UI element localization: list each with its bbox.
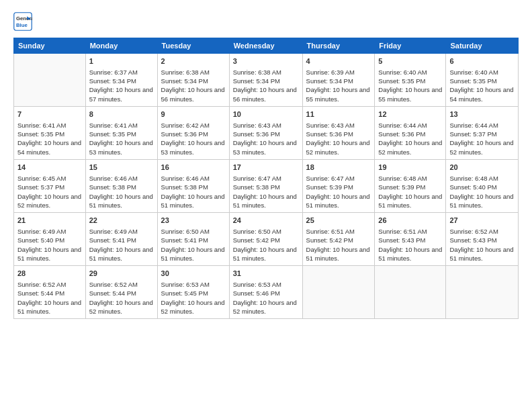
day-info: Sunrise: 6:49 AMSunset: 5:40 PMDaylight:… xyxy=(17,227,82,263)
day-info: Sunrise: 6:48 AMSunset: 5:39 PMDaylight:… xyxy=(378,174,442,210)
calendar-cell: 29Sunrise: 6:52 AMSunset: 5:44 PMDayligh… xyxy=(85,266,157,319)
day-number: 3 xyxy=(233,56,299,66)
day-number: 18 xyxy=(306,163,371,173)
day-number: 7 xyxy=(17,109,82,120)
week-row-4: 21Sunrise: 6:49 AMSunset: 5:40 PMDayligh… xyxy=(14,213,519,266)
day-info: Sunrise: 6:44 AMSunset: 5:36 PMDaylight:… xyxy=(378,121,442,156)
calendar-table: SundayMondayTuesdayWednesdayThursdayFrid… xyxy=(13,38,519,319)
week-row-1: 1Sunrise: 6:37 AMSunset: 5:34 PMDaylight… xyxy=(14,54,519,107)
calendar-cell: 16Sunrise: 6:46 AMSunset: 5:38 PMDayligh… xyxy=(157,160,229,213)
calendar-cell: 23Sunrise: 6:50 AMSunset: 5:41 PMDayligh… xyxy=(157,213,229,266)
calendar-cell: 30Sunrise: 6:53 AMSunset: 5:45 PMDayligh… xyxy=(157,266,229,319)
day-info: Sunrise: 6:43 AMSunset: 5:36 PMDaylight:… xyxy=(306,121,371,156)
day-number: 28 xyxy=(17,269,82,279)
day-number: 12 xyxy=(378,109,442,120)
header-day-monday: Monday xyxy=(85,38,157,54)
day-info: Sunrise: 6:40 AMSunset: 5:35 PMDaylight:… xyxy=(449,68,515,103)
calendar-cell: 3Sunrise: 6:38 AMSunset: 5:34 PMDaylight… xyxy=(229,54,302,107)
day-number: 29 xyxy=(89,269,154,279)
day-info: Sunrise: 6:50 AMSunset: 5:41 PMDaylight:… xyxy=(161,227,226,263)
day-number: 2 xyxy=(161,56,226,66)
calendar-cell: 10Sunrise: 6:43 AMSunset: 5:36 PMDayligh… xyxy=(229,107,302,160)
day-info: Sunrise: 6:49 AMSunset: 5:41 PMDaylight:… xyxy=(89,227,154,263)
day-info: Sunrise: 6:47 AMSunset: 5:39 PMDaylight:… xyxy=(306,174,371,210)
day-info: Sunrise: 6:53 AMSunset: 5:46 PMDaylight:… xyxy=(233,280,299,316)
header-day-friday: Friday xyxy=(375,38,446,54)
day-number: 4 xyxy=(306,56,371,66)
calendar-cell: 21Sunrise: 6:49 AMSunset: 5:40 PMDayligh… xyxy=(14,213,86,266)
day-info: Sunrise: 6:41 AMSunset: 5:35 PMDaylight:… xyxy=(89,121,154,156)
day-info: Sunrise: 6:40 AMSunset: 5:35 PMDaylight:… xyxy=(378,68,442,103)
calendar-cell xyxy=(302,266,375,319)
calendar-cell: 7Sunrise: 6:41 AMSunset: 5:35 PMDaylight… xyxy=(14,107,86,160)
calendar-cell: 13Sunrise: 6:44 AMSunset: 5:37 PMDayligh… xyxy=(446,107,519,160)
day-number: 9 xyxy=(161,109,226,120)
day-info: Sunrise: 6:38 AMSunset: 5:34 PMDaylight:… xyxy=(161,68,226,103)
day-number: 15 xyxy=(89,163,154,173)
calendar-cell: 22Sunrise: 6:49 AMSunset: 5:41 PMDayligh… xyxy=(85,213,157,266)
calendar-cell: 8Sunrise: 6:41 AMSunset: 5:35 PMDaylight… xyxy=(85,107,157,160)
calendar-cell: 2Sunrise: 6:38 AMSunset: 5:34 PMDaylight… xyxy=(157,54,229,107)
calendar-cell: 6Sunrise: 6:40 AMSunset: 5:35 PMDaylight… xyxy=(446,54,519,107)
calendar-cell: 27Sunrise: 6:52 AMSunset: 5:43 PMDayligh… xyxy=(446,213,519,266)
calendar-cell: 12Sunrise: 6:44 AMSunset: 5:36 PMDayligh… xyxy=(375,107,446,160)
page: General Blue SundayMondayTuesdayWednesda… xyxy=(0,0,532,411)
day-info: Sunrise: 6:39 AMSunset: 5:34 PMDaylight:… xyxy=(306,68,371,103)
day-info: Sunrise: 6:52 AMSunset: 5:44 PMDaylight:… xyxy=(17,280,82,316)
week-row-2: 7Sunrise: 6:41 AMSunset: 5:35 PMDaylight… xyxy=(14,107,519,160)
header-day-sunday: Sunday xyxy=(14,38,86,54)
day-number: 25 xyxy=(306,216,371,226)
day-info: Sunrise: 6:52 AMSunset: 5:44 PMDaylight:… xyxy=(89,280,154,316)
day-info: Sunrise: 6:46 AMSunset: 5:38 PMDaylight:… xyxy=(89,174,154,210)
day-number: 10 xyxy=(233,109,299,120)
week-row-5: 28Sunrise: 6:52 AMSunset: 5:44 PMDayligh… xyxy=(14,266,519,319)
day-info: Sunrise: 6:43 AMSunset: 5:36 PMDaylight:… xyxy=(233,121,299,156)
calendar-cell: 24Sunrise: 6:50 AMSunset: 5:42 PMDayligh… xyxy=(229,213,302,266)
calendar-cell: 5Sunrise: 6:40 AMSunset: 5:35 PMDaylight… xyxy=(375,54,446,107)
calendar-body: 1Sunrise: 6:37 AMSunset: 5:34 PMDaylight… xyxy=(14,54,519,319)
day-info: Sunrise: 6:48 AMSunset: 5:40 PMDaylight:… xyxy=(449,174,515,210)
logo: General Blue xyxy=(13,12,36,31)
calendar-cell: 25Sunrise: 6:51 AMSunset: 5:42 PMDayligh… xyxy=(302,213,375,266)
header-day-saturday: Saturday xyxy=(446,38,519,54)
day-number: 13 xyxy=(449,109,515,120)
week-row-3: 14Sunrise: 6:45 AMSunset: 5:37 PMDayligh… xyxy=(14,160,519,213)
header: General Blue xyxy=(13,12,519,31)
day-info: Sunrise: 6:46 AMSunset: 5:38 PMDaylight:… xyxy=(161,174,226,210)
day-number: 31 xyxy=(233,269,299,279)
calendar-cell xyxy=(375,266,446,319)
calendar-cell: 18Sunrise: 6:47 AMSunset: 5:39 PMDayligh… xyxy=(302,160,375,213)
logo-icon: General Blue xyxy=(13,12,32,31)
day-info: Sunrise: 6:47 AMSunset: 5:38 PMDaylight:… xyxy=(233,174,299,210)
calendar-cell: 28Sunrise: 6:52 AMSunset: 5:44 PMDayligh… xyxy=(14,266,86,319)
day-info: Sunrise: 6:51 AMSunset: 5:42 PMDaylight:… xyxy=(306,227,371,263)
day-info: Sunrise: 6:53 AMSunset: 5:45 PMDaylight:… xyxy=(161,280,226,316)
header-day-wednesday: Wednesday xyxy=(229,38,302,54)
header-day-tuesday: Tuesday xyxy=(157,38,229,54)
day-number: 23 xyxy=(161,216,226,226)
svg-text:Blue: Blue xyxy=(16,22,28,28)
day-info: Sunrise: 6:50 AMSunset: 5:42 PMDaylight:… xyxy=(233,227,299,263)
day-number: 20 xyxy=(449,163,515,173)
day-info: Sunrise: 6:37 AMSunset: 5:34 PMDaylight:… xyxy=(89,68,154,103)
calendar-cell xyxy=(14,54,86,107)
calendar-cell: 20Sunrise: 6:48 AMSunset: 5:40 PMDayligh… xyxy=(446,160,519,213)
calendar-cell xyxy=(446,266,519,319)
day-number: 14 xyxy=(17,163,82,173)
calendar-cell: 1Sunrise: 6:37 AMSunset: 5:34 PMDaylight… xyxy=(85,54,157,107)
day-info: Sunrise: 6:44 AMSunset: 5:37 PMDaylight:… xyxy=(449,121,515,156)
day-number: 24 xyxy=(233,216,299,226)
day-number: 27 xyxy=(449,216,515,226)
day-number: 16 xyxy=(161,163,226,173)
day-info: Sunrise: 6:42 AMSunset: 5:36 PMDaylight:… xyxy=(161,121,226,156)
day-number: 26 xyxy=(378,216,442,226)
day-number: 6 xyxy=(449,56,515,66)
day-number: 22 xyxy=(89,216,154,226)
calendar-cell: 15Sunrise: 6:46 AMSunset: 5:38 PMDayligh… xyxy=(85,160,157,213)
header-day-thursday: Thursday xyxy=(302,38,375,54)
calendar-cell: 19Sunrise: 6:48 AMSunset: 5:39 PMDayligh… xyxy=(375,160,446,213)
day-number: 1 xyxy=(89,56,154,66)
calendar-cell: 11Sunrise: 6:43 AMSunset: 5:36 PMDayligh… xyxy=(302,107,375,160)
calendar-header-row: SundayMondayTuesdayWednesdayThursdayFrid… xyxy=(14,38,519,54)
calendar-cell: 14Sunrise: 6:45 AMSunset: 5:37 PMDayligh… xyxy=(14,160,86,213)
